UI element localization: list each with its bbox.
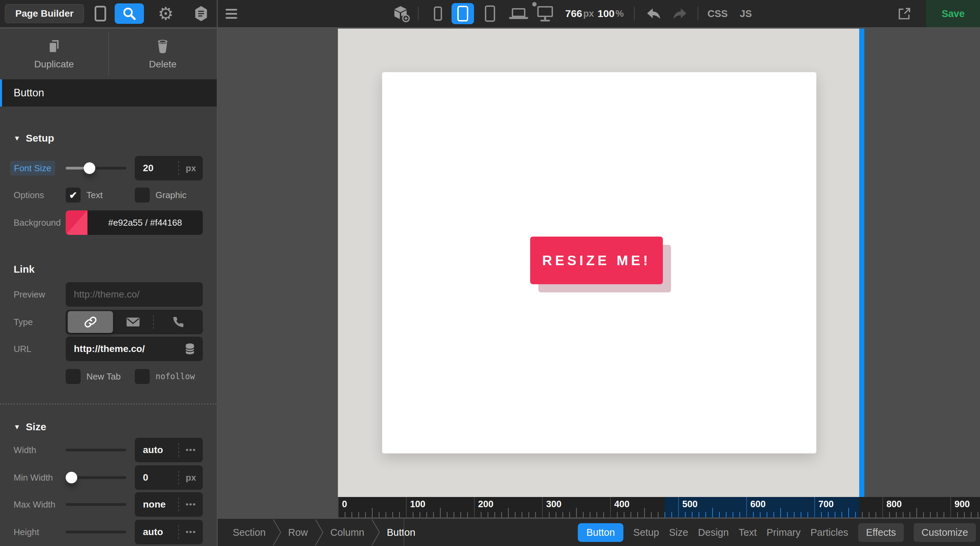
min-width-label: Min Width [14, 473, 53, 483]
delete-button[interactable]: Delete [109, 29, 217, 79]
min-width-slider[interactable] [66, 472, 126, 483]
breadcrumb-row[interactable]: Row [282, 527, 315, 538]
envelope-icon [126, 317, 140, 327]
ruler-tick [495, 512, 495, 517]
link-type-row: Type [0, 310, 217, 334]
text-checkbox-label[interactable]: Text [86, 190, 103, 201]
viewport-resize-handle[interactable] [859, 29, 864, 497]
bottom-bar: Section Row Column Button Button Setup S… [218, 517, 980, 546]
nofollow-label[interactable]: nofollow [156, 372, 195, 381]
customize-button[interactable]: Customize [914, 523, 976, 542]
settings-button[interactable]: ⚙ [154, 0, 178, 27]
background-color-value[interactable]: #e92a55 / #f44168 [88, 210, 203, 235]
breadcrumb-column[interactable]: Column [324, 527, 371, 538]
tab-button-active[interactable]: Button [578, 523, 624, 542]
device-phone-landscape-button-active[interactable] [452, 3, 474, 24]
height-value[interactable]: auto [135, 527, 178, 538]
database-icon[interactable] [185, 343, 195, 355]
font-size-input[interactable]: 20 px [135, 156, 203, 180]
save-button[interactable]: Save [926, 0, 980, 27]
font-size-unit[interactable]: px [179, 163, 203, 174]
tab-design[interactable]: Design [698, 527, 729, 538]
ruler-band: 0100200300400500600700800900 [218, 497, 980, 517]
nofollow-checkbox[interactable]: ✔ [135, 369, 150, 384]
ruler-tick [624, 512, 624, 517]
setup-section-header[interactable]: ▼ Setup [14, 132, 54, 144]
tab-setup[interactable]: Setup [633, 527, 659, 538]
js-button[interactable]: JS [740, 0, 752, 27]
device-tablet-portrait-button[interactable] [482, 0, 498, 27]
new-tab-checkbox[interactable]: ✔ [66, 369, 81, 384]
tab-primary[interactable]: Primary [767, 527, 801, 538]
search-button[interactable] [115, 3, 144, 24]
templates-button[interactable] [189, 0, 213, 27]
more-options-icon[interactable] [179, 445, 203, 455]
breadcrumb-button[interactable]: Button [380, 527, 422, 538]
tab-text[interactable]: Text [739, 527, 757, 538]
font-size-slider[interactable] [66, 162, 126, 174]
link-type-phone-button[interactable] [154, 310, 203, 334]
element-actions: Duplicate Delete [0, 29, 217, 79]
page-section[interactable]: RESIZE ME! [382, 72, 816, 454]
tab-size[interactable]: Size [669, 527, 688, 538]
text-checkbox[interactable]: ✔ [66, 188, 81, 202]
font-size-label[interactable]: Font Size [10, 161, 55, 176]
min-width-value[interactable]: 0 [135, 472, 178, 483]
ruler-tick [352, 512, 352, 517]
min-width-unit[interactable]: px [179, 473, 203, 483]
background-color-control[interactable]: #e92a55 / #f44168 [66, 210, 203, 235]
max-width-input[interactable]: none [135, 492, 203, 517]
graphic-checkbox-label[interactable]: Graphic [156, 190, 186, 201]
max-width-value[interactable]: none [135, 499, 178, 510]
menu-button[interactable] [226, 0, 237, 27]
slider-handle[interactable] [66, 472, 77, 483]
breadcrumb-section[interactable]: Section [226, 527, 272, 538]
graphic-checkbox[interactable]: ✔ [135, 188, 150, 202]
duplicate-button[interactable]: Duplicate [0, 29, 108, 79]
height-input[interactable]: auto [135, 520, 203, 544]
max-width-slider[interactable] [66, 499, 126, 510]
page-builder-label: Page Builder [15, 8, 73, 19]
preview-input[interactable]: http://theme.co/ [66, 282, 203, 307]
device-phone-portrait-button[interactable] [430, 0, 447, 27]
more-options-icon[interactable] [179, 527, 203, 537]
preview-canvas[interactable]: RESIZE ME! [338, 29, 859, 497]
css-button[interactable]: CSS [708, 0, 728, 27]
font-size-value[interactable]: 20 [135, 163, 178, 174]
open-preview-button[interactable] [894, 0, 915, 27]
resize-me-button[interactable]: RESIZE ME! [530, 237, 663, 284]
width-input[interactable]: auto [135, 438, 203, 462]
add-element-button[interactable] [391, 0, 411, 27]
ruler[interactable]: 0100200300400500600700800900 [338, 497, 980, 517]
redo-button[interactable] [670, 0, 689, 27]
color-swatch[interactable] [66, 210, 88, 235]
more-options-icon[interactable] [179, 500, 203, 509]
breadcrumb: Section Row Column Button [226, 519, 422, 546]
zoom-unit: % [616, 8, 624, 19]
url-input[interactable]: http://theme.co/ [66, 337, 203, 361]
save-label: Save [942, 8, 965, 19]
ruler-tick [617, 512, 617, 517]
link-type-url-button[interactable] [68, 311, 113, 333]
ruler-tick [535, 512, 536, 517]
min-width-input[interactable]: 0 px [135, 465, 203, 490]
link-type-email-button[interactable] [113, 310, 153, 334]
new-tab-label[interactable]: New Tab [86, 371, 121, 382]
device-laptop-button[interactable] [508, 0, 529, 27]
device-desktop-button[interactable] [535, 0, 555, 27]
height-slider[interactable] [66, 526, 126, 538]
checkmark-icon: ✔ [69, 189, 77, 201]
toggle-sidebar-button[interactable] [89, 0, 112, 27]
page-builder-button[interactable]: Page Builder [5, 4, 84, 23]
ruler-tick [549, 512, 550, 517]
width-value[interactable]: auto [135, 444, 178, 455]
undo-button[interactable] [644, 0, 663, 27]
tab-particles[interactable]: Particles [811, 527, 848, 538]
size-section-header[interactable]: ▼ Size [14, 421, 46, 433]
slider-handle[interactable] [84, 162, 95, 174]
css-label: CSS [708, 8, 728, 19]
url-value[interactable]: http://theme.co/ [74, 344, 185, 354]
effects-button[interactable]: Effects [858, 523, 904, 542]
ruler-tick [426, 512, 427, 517]
width-slider[interactable] [66, 444, 126, 456]
